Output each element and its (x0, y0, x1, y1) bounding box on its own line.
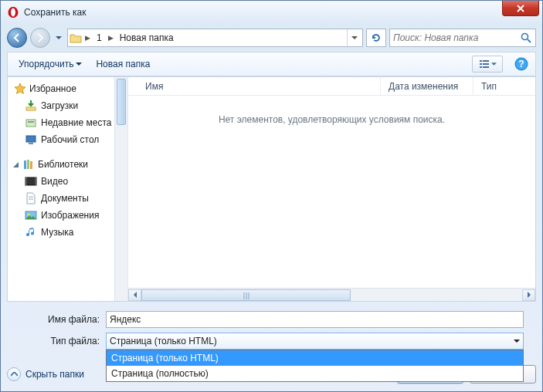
desktop-icon (25, 133, 37, 146)
pictures-icon (25, 209, 37, 221)
svg-rect-9 (483, 66, 489, 68)
svg-rect-4 (480, 60, 482, 62)
filetype-value: Страница (только HTML) (110, 336, 217, 346)
sidebar-scrollbar[interactable] (114, 77, 127, 301)
sidebar: Избранное Загрузки Недавние места Рабочи… (8, 77, 128, 301)
filetype-option[interactable]: Страница (только HTML) (107, 350, 523, 366)
filename-input[interactable] (110, 314, 520, 325)
empty-message: Нет элементов, удовлетворяющих условиям … (128, 96, 535, 288)
video-icon (25, 175, 37, 188)
chevron-right-icon[interactable]: ▶ (107, 34, 115, 42)
new-folder-button[interactable]: Новая папка (91, 56, 154, 73)
opera-icon (7, 6, 19, 19)
back-button[interactable] (7, 28, 27, 48)
titlebar: Сохранить как (1, 1, 542, 24)
scroll-right-button[interactable] (522, 289, 535, 301)
star-icon (14, 83, 26, 95)
chevron-down-icon (491, 63, 497, 66)
sidebar-item-videos[interactable]: Видео (8, 173, 127, 190)
list-view-icon (479, 59, 490, 69)
close-button[interactable] (502, 1, 539, 16)
search-input[interactable] (393, 32, 520, 43)
search-icon[interactable] (520, 32, 532, 44)
breadcrumb-dropdown[interactable] (347, 29, 361, 46)
sidebar-item-label: Загрузки (41, 100, 78, 111)
sidebar-item-downloads[interactable]: Загрузки (8, 97, 127, 114)
svg-rect-18 (24, 161, 26, 169)
chevron-down-icon (514, 340, 520, 343)
svg-text:?: ? (518, 59, 524, 69)
svg-point-1 (11, 8, 15, 17)
svg-rect-5 (483, 60, 489, 62)
sidebar-item-label: Музыка (41, 227, 73, 238)
column-date[interactable]: Дата изменения (381, 77, 473, 95)
folder-icon (70, 32, 82, 44)
filename-field[interactable] (106, 311, 524, 328)
nav-bar: ▶ 1 ▶ Новая папка (7, 25, 536, 50)
music-icon (25, 226, 37, 238)
svg-rect-7 (483, 63, 489, 65)
view-mode-button[interactable] (472, 56, 503, 73)
collapse-icon (7, 367, 21, 381)
refresh-button[interactable] (366, 29, 386, 47)
sidebar-item-label: Изображения (41, 210, 99, 221)
sidebar-favorites-header[interactable]: Избранное (9, 80, 126, 97)
sidebar-item-label: Видео (41, 176, 68, 187)
window-title: Сохранить как (24, 7, 86, 18)
documents-icon (25, 192, 37, 204)
form-area: Имя файла: Тип файла: Страница (только H… (7, 311, 536, 354)
libraries-label: Библиотеки (38, 159, 88, 170)
help-button[interactable]: ? (514, 56, 529, 72)
svg-line-3 (528, 39, 531, 42)
column-type[interactable]: Тип (473, 77, 535, 95)
svg-rect-14 (26, 120, 36, 127)
save-as-dialog: Сохранить как ▶ 1 ▶ Новая папка (0, 0, 543, 392)
filetype-label: Тип файла: (7, 336, 106, 346)
expand-icon (12, 161, 19, 168)
sidebar-item-recent[interactable]: Недавние места (8, 114, 127, 131)
svg-rect-21 (25, 177, 36, 185)
organize-label: Упорядочить (19, 59, 73, 69)
filetype-option[interactable]: Страница (полностью) (107, 366, 523, 381)
sidebar-item-documents[interactable]: Документы (8, 190, 127, 207)
sidebar-item-label: Недавние места (41, 117, 111, 128)
horizontal-scrollbar[interactable] (128, 288, 535, 301)
svg-rect-22 (25, 177, 27, 185)
svg-point-2 (522, 34, 528, 40)
recent-icon (25, 117, 37, 129)
svg-rect-16 (26, 136, 36, 142)
search-box[interactable] (389, 29, 536, 47)
explorer-body: Избранное Загрузки Недавние места Рабочи… (7, 76, 536, 302)
sidebar-item-desktop[interactable]: Рабочий стол (8, 131, 127, 148)
sidebar-item-pictures[interactable]: Изображения (8, 207, 127, 224)
breadcrumb-bar[interactable]: ▶ 1 ▶ Новая папка (67, 29, 363, 47)
file-pane: Имя Дата изменения Тип Нет элементов, уд… (128, 77, 535, 301)
sidebar-item-label: Рабочий стол (41, 134, 99, 145)
scroll-left-button[interactable] (128, 289, 141, 301)
sidebar-libraries-header[interactable]: Библиотеки (8, 156, 127, 173)
breadcrumb-item[interactable]: Новая папка (117, 31, 177, 45)
svg-rect-20 (30, 161, 32, 169)
filetype-combo[interactable]: Страница (только HTML) Страница (только … (106, 333, 524, 350)
column-headers: Имя Дата изменения Тип (128, 77, 535, 96)
svg-rect-23 (35, 177, 36, 185)
chevron-right-icon[interactable]: ▶ (83, 34, 92, 42)
svg-rect-6 (480, 63, 482, 65)
svg-rect-17 (29, 143, 33, 144)
svg-rect-8 (480, 66, 482, 68)
sidebar-item-music[interactable]: Музыка (8, 224, 127, 241)
svg-point-27 (28, 214, 30, 216)
toolbar: Упорядочить Новая папка ? (7, 52, 536, 76)
svg-rect-15 (28, 121, 34, 123)
filetype-dropdown: Страница (только HTML) Страница (полност… (106, 350, 524, 382)
column-name[interactable]: Имя (128, 77, 381, 95)
nav-history-dropdown[interactable] (53, 28, 64, 48)
organize-button[interactable]: Упорядочить (14, 56, 87, 73)
hide-folders-label: Скрыть папки (25, 369, 84, 380)
new-folder-label: Новая папка (96, 59, 150, 69)
forward-button[interactable] (30, 28, 50, 48)
scroll-thumb[interactable] (141, 289, 351, 301)
chevron-down-icon (76, 63, 82, 66)
breadcrumb-item[interactable]: 1 (93, 31, 105, 45)
hide-folders-toggle[interactable]: Скрыть папки (7, 367, 84, 381)
